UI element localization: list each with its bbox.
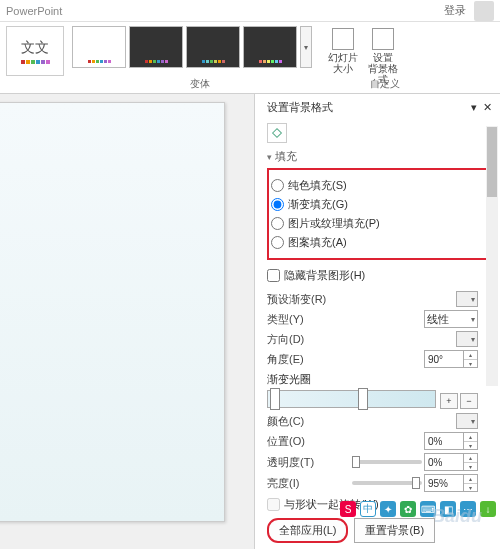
brightness-slider[interactable] xyxy=(352,481,422,485)
remove-stop-button[interactable]: − xyxy=(460,393,478,409)
slide-canvas-area xyxy=(0,94,255,549)
panel-pin-icon[interactable]: ▾ xyxy=(471,101,477,114)
fill-tab-icon[interactable] xyxy=(267,123,287,143)
position-spinner[interactable]: ▴▾ xyxy=(424,432,478,450)
group-variants-label: 变体 xyxy=(190,77,210,91)
format-background-panel: 设置背景格式 ▾ ✕ 填充 纯色填充(S) 渐变填充(G) 图片或纹理填充(P)… xyxy=(255,94,500,549)
variant-3[interactable] xyxy=(186,26,240,68)
login-link[interactable]: 登录 xyxy=(444,3,466,18)
ribbon: 文文 ▾ 变体 幻灯片 大小 设置 背景格式 自定义 xyxy=(0,22,500,94)
fill-section-header[interactable]: 填充 xyxy=(267,149,492,164)
gradient-stop-1[interactable] xyxy=(270,388,280,410)
variant-1[interactable] xyxy=(72,26,126,68)
theme-current[interactable]: 文文 xyxy=(6,26,64,76)
workspace: 设置背景格式 ▾ ✕ 填充 纯色填充(S) 渐变填充(G) 图片或纹理填充(P)… xyxy=(0,94,500,549)
variant-more[interactable]: ▾ xyxy=(300,26,312,68)
checkbox-rotate-with-shape xyxy=(267,498,280,511)
gradient-stops-bar[interactable] xyxy=(267,390,436,408)
radio-pattern[interactable] xyxy=(271,236,284,249)
reset-background-button[interactable]: 重置背景(B) xyxy=(354,518,435,543)
format-bg-icon xyxy=(372,28,394,50)
variant-2[interactable] xyxy=(129,26,183,68)
panel-close-icon[interactable]: ✕ xyxy=(483,101,492,114)
gradient-stop-2[interactable] xyxy=(358,388,368,410)
type-combo[interactable]: 线性▾ xyxy=(424,310,478,328)
brightness-spinner[interactable]: ▴▾ xyxy=(424,474,478,492)
radio-gradient[interactable] xyxy=(271,198,284,211)
slide-size-button[interactable]: 幻灯片 大小 xyxy=(324,26,362,76)
checkbox-hide-bg[interactable] xyxy=(267,269,280,282)
add-stop-button[interactable]: + xyxy=(440,393,458,409)
group-custom-label: 自定义 xyxy=(370,77,400,91)
angle-spinner[interactable]: ▴▾ xyxy=(424,350,478,368)
radio-solid[interactable] xyxy=(271,179,284,192)
fill-type-group: 纯色填充(S) 渐变填充(G) 图片或纹理填充(P) 图案填充(A) xyxy=(267,168,492,260)
radio-picture[interactable] xyxy=(271,217,284,230)
panel-title: 设置背景格式 xyxy=(267,100,333,115)
transparency-slider[interactable] xyxy=(352,460,422,464)
direction-picker[interactable]: ▾ xyxy=(456,331,478,347)
variant-4[interactable] xyxy=(243,26,297,68)
apply-all-button[interactable]: 全部应用(L) xyxy=(267,518,348,543)
panel-scrollbar[interactable] xyxy=(486,126,498,386)
slide-size-icon xyxy=(332,28,354,50)
transparency-spinner[interactable]: ▴▾ xyxy=(424,453,478,471)
color-picker[interactable]: ▾ xyxy=(456,413,478,429)
preset-gradient-picker[interactable]: ▾ xyxy=(456,291,478,307)
avatar-icon[interactable] xyxy=(474,1,494,21)
app-name: PowerPoint xyxy=(6,5,62,17)
title-bar: PowerPoint 登录 xyxy=(0,0,500,22)
slide-preview[interactable] xyxy=(0,102,225,522)
